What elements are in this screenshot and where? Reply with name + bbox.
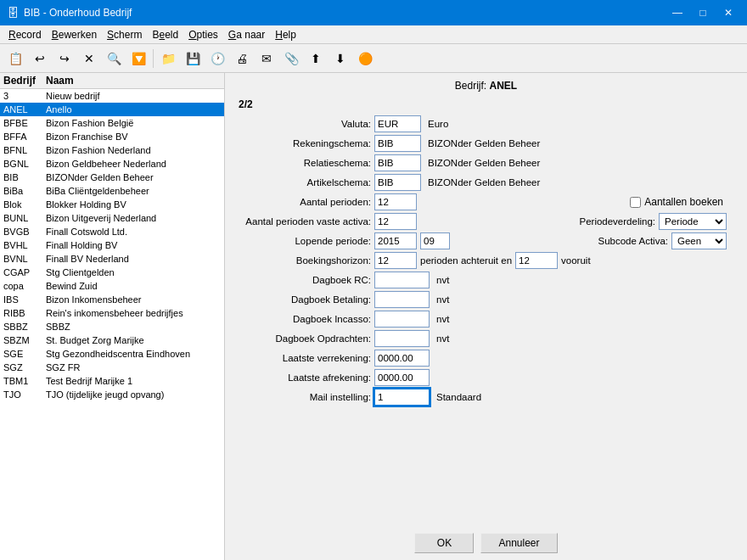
laatste-verrekening-input[interactable] (374, 350, 430, 367)
list-item[interactable]: copaBewind Zuid (0, 279, 224, 293)
list-item-code: CGAP (3, 267, 46, 277)
list-item[interactable]: CGAPStg Clientgelden (0, 266, 224, 279)
periodeverdeling-select[interactable]: Periode Kwartaal Maand (659, 213, 727, 230)
tb-delete[interactable]: ✕ (77, 48, 101, 70)
list-item[interactable]: ANELAnello (0, 103, 224, 116)
laatste-afrekening-input[interactable] (374, 369, 430, 386)
lopende-periode-period[interactable] (420, 232, 450, 249)
tb-orange[interactable]: 🟠 (353, 48, 377, 70)
list-item-name: Finall BV Nederland (46, 254, 221, 264)
menu-record[interactable]: Record (3, 27, 47, 42)
tb-redo[interactable]: ↪ (53, 48, 76, 70)
company-list[interactable]: 3Nieuw bedrijfANELAnelloBFBEBizon Fashio… (0, 89, 224, 560)
relatieschema-input[interactable] (374, 154, 421, 171)
list-item[interactable]: BVHLFinall Holding BV (0, 238, 224, 252)
dagboek-opdrachten-input[interactable] (374, 330, 430, 347)
menu-scherm[interactable]: Scherm (102, 27, 147, 42)
company-value: ANEL (490, 80, 518, 92)
list-item-code: BUNL (3, 213, 46, 223)
dagboek-rc-row: Dagboek RC: nvt (239, 272, 730, 288)
list-item-name: Rein's inkomensbeheer bedrijfjes (46, 308, 221, 318)
list-item[interactable]: BFBEBizon Fashion België (0, 116, 224, 130)
rekeningschema-input[interactable] (374, 135, 421, 152)
tb-search[interactable]: 🔍 (102, 48, 126, 70)
toolbar: 📋 ↩ ↪ ✕ 🔍 🔽 📁 💾 🕐 🖨 ✉ 📎 ⬆ ⬇ 🟠 (0, 44, 747, 73)
list-item[interactable]: BVGBFinall Cotswold Ltd. (0, 225, 224, 238)
list-item[interactable]: TJOTJO (tijdelijke jeugd opvang) (0, 388, 224, 401)
tb-new[interactable]: 📋 (3, 48, 27, 70)
menu-help[interactable]: Help (270, 27, 301, 42)
list-item-name: Bewind Zuid (46, 281, 221, 291)
annuleer-button[interactable]: Annuleer (480, 533, 557, 553)
menu-ga-naar[interactable]: Ga naar (223, 27, 270, 42)
tb-attach[interactable]: 📎 (279, 48, 303, 70)
tb-print[interactable]: 🖨 (230, 48, 254, 70)
subcode-activa-label: Subcode Activa: (598, 236, 668, 246)
artikelschema-input[interactable] (374, 174, 421, 191)
boekingshorizon-periods[interactable] (374, 252, 417, 269)
list-item[interactable]: BIBBIZONder Gelden Beheer (0, 171, 224, 184)
list-item-code: Blok (3, 199, 46, 210)
subcode-activa-select[interactable]: Geen Ja Nee (671, 232, 727, 249)
list-item-name: Stg Clientgelden (46, 267, 221, 277)
dagboek-incasso-input[interactable] (374, 311, 430, 328)
menu-beeld[interactable]: Beeld (147, 27, 183, 42)
tb-down[interactable]: ⬇ (329, 48, 352, 70)
tb-mail[interactable]: ✉ (255, 48, 278, 70)
list-item[interactable]: 3Nieuw bedrijf (0, 89, 224, 103)
list-item[interactable]: BFNLBizon Fashion Nederland (0, 143, 224, 157)
laatste-verrekening-row: Laatste verrekening: (239, 350, 730, 367)
list-item[interactable]: SGEStg Gezondheidscentra Eindhoven (0, 347, 224, 361)
valuta-input[interactable] (374, 115, 421, 132)
menu-bar: Record Bewerken Scherm Beeld Opties Ga n… (0, 25, 747, 44)
list-item[interactable]: IBSBizon Inkomensbeheer (0, 293, 224, 306)
menu-opties[interactable]: Opties (183, 27, 223, 42)
minimize-button[interactable]: — (666, 2, 689, 24)
menu-bewerken[interactable]: Bewerken (47, 27, 102, 42)
tb-clock[interactable]: 🕐 (205, 48, 229, 70)
list-item-code: RIBB (3, 308, 46, 318)
tb-undo[interactable]: ↩ (28, 48, 52, 70)
rekeningschema-row: Rekeningschema: BIZONder Gelden Beheer (239, 135, 730, 152)
list-item-name: Finall Holding BV (46, 240, 221, 250)
tb-save[interactable]: 💾 (181, 48, 205, 70)
aantal-vaste-input[interactable] (374, 213, 417, 230)
boekingshorizon-forward[interactable] (515, 252, 558, 269)
dagboek-opdrachten-text: nvt (436, 333, 449, 344)
dagboek-betaling-input[interactable] (374, 291, 430, 308)
list-item[interactable]: BFFABizon Franchise BV (0, 130, 224, 143)
ok-button[interactable]: OK (414, 533, 474, 553)
list-item[interactable]: BVNLFinall BV Nederland (0, 252, 224, 266)
app-icon: 🗄 (7, 6, 19, 20)
list-item[interactable]: BGNLBizon Geldbeheer Nederland (0, 157, 224, 171)
form-content: 2/2 Valuta: Euro Rekeningschema: BIZONde… (239, 98, 733, 523)
list-item[interactable]: RIBBRein's inkomensbeheer bedrijfjes (0, 306, 224, 320)
list-item[interactable]: SBBZSBBZ (0, 320, 224, 333)
maximize-button[interactable]: □ (691, 2, 715, 24)
artikelschema-label: Artikelschema: (239, 177, 374, 188)
aantallen-boeken-checkbox[interactable] (630, 197, 641, 208)
list-item[interactable]: SGZSGZ FR (0, 361, 224, 374)
list-item[interactable]: SBZMSt. Budget Zorg Marijke (0, 333, 224, 347)
valuta-row: Valuta: Euro (239, 115, 730, 132)
tb-up[interactable]: ⬆ (304, 48, 328, 70)
dagboek-rc-input[interactable] (374, 272, 430, 288)
list-item[interactable]: BiBaBiBa Cliëntgeldenbeheer (0, 184, 224, 198)
list-item-name: Finall Cotswold Ltd. (46, 227, 221, 237)
list-item[interactable]: BUNLBizon Uitgeverij Nederland (0, 211, 224, 225)
list-item-code: SGZ (3, 362, 46, 372)
list-item[interactable]: TBM1Test Bedrijf Marijke 1 (0, 374, 224, 388)
lopende-periode-year[interactable] (374, 232, 417, 249)
right-panel: Bedrijf: ANEL 2/2 Valuta: Euro Rekenings… (225, 73, 747, 560)
close-button[interactable]: ✕ (716, 2, 740, 24)
mail-instelling-text: Standaard (436, 392, 481, 402)
mail-instelling-input[interactable] (374, 389, 430, 406)
artikelschema-row: Artikelschema: BIZONder Gelden Beheer (239, 174, 730, 191)
tb-filter[interactable]: 🔽 (126, 48, 150, 70)
list-item[interactable]: BlokBlokker Holding BV (0, 198, 224, 211)
list-item-name: Test Bedrijf Marijke 1 (46, 376, 221, 386)
valuta-label: Valuta: (239, 119, 374, 129)
aantal-perioden-input[interactable] (374, 193, 417, 210)
tb-open[interactable]: 📁 (156, 48, 180, 70)
list-header: Bedrijf Naam (0, 73, 224, 89)
